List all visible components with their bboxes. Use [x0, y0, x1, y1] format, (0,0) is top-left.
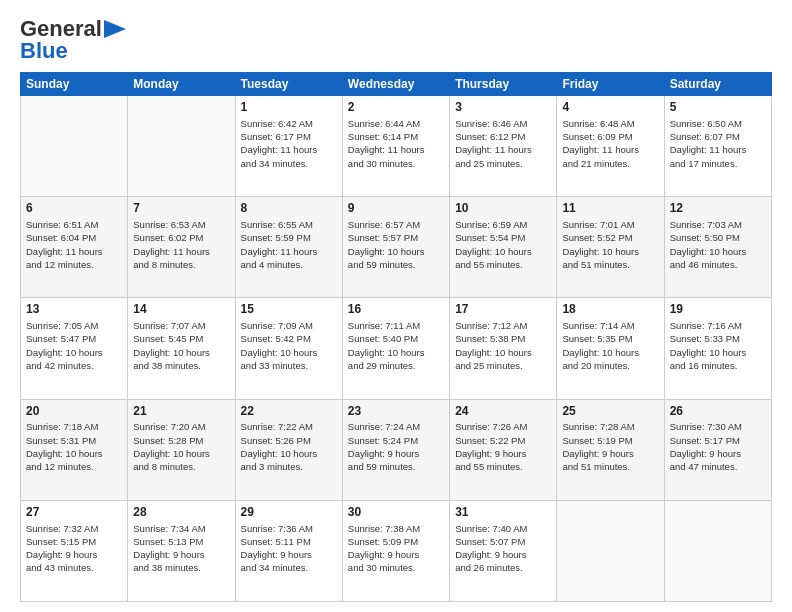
logo-blue: Blue — [20, 38, 68, 64]
day-number: 12 — [670, 200, 766, 217]
day-info-line: Sunset: 5:59 PM — [241, 231, 337, 244]
calendar-week-row: 6Sunrise: 6:51 AMSunset: 6:04 PMDaylight… — [21, 197, 772, 298]
calendar-cell: 14Sunrise: 7:07 AMSunset: 5:45 PMDayligh… — [128, 298, 235, 399]
day-info-line: Sunset: 5:22 PM — [455, 434, 551, 447]
day-info-line: Daylight: 9 hours — [455, 548, 551, 561]
day-info-line: and 46 minutes. — [670, 258, 766, 271]
calendar-cell: 23Sunrise: 7:24 AMSunset: 5:24 PMDayligh… — [342, 399, 449, 500]
calendar-cell: 9Sunrise: 6:57 AMSunset: 5:57 PMDaylight… — [342, 197, 449, 298]
calendar-cell: 21Sunrise: 7:20 AMSunset: 5:28 PMDayligh… — [128, 399, 235, 500]
day-info-line: Sunset: 5:11 PM — [241, 535, 337, 548]
day-number: 16 — [348, 301, 444, 318]
day-info-line: and 42 minutes. — [26, 359, 122, 372]
day-info-line: Daylight: 11 hours — [455, 143, 551, 156]
day-info-line: Daylight: 11 hours — [348, 143, 444, 156]
day-info-line: Sunrise: 7:22 AM — [241, 420, 337, 433]
day-info-line: Sunset: 6:02 PM — [133, 231, 229, 244]
calendar-cell: 29Sunrise: 7:36 AMSunset: 5:11 PMDayligh… — [235, 500, 342, 601]
day-info-line: Sunrise: 6:46 AM — [455, 117, 551, 130]
day-info-line: Sunrise: 7:16 AM — [670, 319, 766, 332]
calendar-cell: 27Sunrise: 7:32 AMSunset: 5:15 PMDayligh… — [21, 500, 128, 601]
day-info-line: Daylight: 10 hours — [26, 447, 122, 460]
day-info-line: Sunrise: 6:51 AM — [26, 218, 122, 231]
day-info-line: Sunset: 5:13 PM — [133, 535, 229, 548]
day-info-line: Daylight: 10 hours — [455, 346, 551, 359]
calendar-week-row: 20Sunrise: 7:18 AMSunset: 5:31 PMDayligh… — [21, 399, 772, 500]
day-info-line: Daylight: 10 hours — [241, 346, 337, 359]
day-info-line: Sunset: 5:09 PM — [348, 535, 444, 548]
day-info-line: Daylight: 10 hours — [562, 346, 658, 359]
calendar-cell: 8Sunrise: 6:55 AMSunset: 5:59 PMDaylight… — [235, 197, 342, 298]
day-info-line: Sunrise: 7:32 AM — [26, 522, 122, 535]
day-info-line: Daylight: 10 hours — [133, 447, 229, 460]
day-info-line: and 38 minutes. — [133, 359, 229, 372]
day-number: 29 — [241, 504, 337, 521]
day-info-line: and 55 minutes. — [455, 460, 551, 473]
day-number: 7 — [133, 200, 229, 217]
calendar-week-row: 13Sunrise: 7:05 AMSunset: 5:47 PMDayligh… — [21, 298, 772, 399]
day-info-line: and 20 minutes. — [562, 359, 658, 372]
day-number: 31 — [455, 504, 551, 521]
day-info-line: Daylight: 11 hours — [241, 143, 337, 156]
day-number: 15 — [241, 301, 337, 318]
day-number: 28 — [133, 504, 229, 521]
day-info-line: Sunset: 5:50 PM — [670, 231, 766, 244]
day-info-line: Daylight: 10 hours — [455, 245, 551, 258]
day-number: 6 — [26, 200, 122, 217]
weekday-header: Wednesday — [342, 73, 449, 96]
day-info-line: Daylight: 9 hours — [348, 447, 444, 460]
calendar-cell: 10Sunrise: 6:59 AMSunset: 5:54 PMDayligh… — [450, 197, 557, 298]
day-info-line: Sunrise: 6:44 AM — [348, 117, 444, 130]
calendar-week-row: 1Sunrise: 6:42 AMSunset: 6:17 PMDaylight… — [21, 96, 772, 197]
day-info-line: Sunset: 5:47 PM — [26, 332, 122, 345]
calendar-cell: 26Sunrise: 7:30 AMSunset: 5:17 PMDayligh… — [664, 399, 771, 500]
day-number: 27 — [26, 504, 122, 521]
day-info-line: and 17 minutes. — [670, 157, 766, 170]
day-info-line: Sunrise: 7:09 AM — [241, 319, 337, 332]
day-info-line: Daylight: 9 hours — [348, 548, 444, 561]
day-number: 5 — [670, 99, 766, 116]
day-info-line: Sunrise: 6:50 AM — [670, 117, 766, 130]
calendar-cell — [21, 96, 128, 197]
day-info-line: Sunset: 6:14 PM — [348, 130, 444, 143]
weekday-header: Saturday — [664, 73, 771, 96]
calendar-cell: 20Sunrise: 7:18 AMSunset: 5:31 PMDayligh… — [21, 399, 128, 500]
day-info-line: Sunset: 5:24 PM — [348, 434, 444, 447]
day-number: 21 — [133, 403, 229, 420]
day-info-line: Daylight: 9 hours — [133, 548, 229, 561]
day-info-line: Daylight: 9 hours — [241, 548, 337, 561]
header: General Blue — [20, 16, 772, 64]
day-info-line: Sunrise: 7:18 AM — [26, 420, 122, 433]
day-info-line: and 25 minutes. — [455, 157, 551, 170]
day-info-line: Daylight: 9 hours — [670, 447, 766, 460]
calendar-cell: 30Sunrise: 7:38 AMSunset: 5:09 PMDayligh… — [342, 500, 449, 601]
day-info-line: Sunset: 5:45 PM — [133, 332, 229, 345]
day-info-line: Sunrise: 7:12 AM — [455, 319, 551, 332]
calendar-cell: 7Sunrise: 6:53 AMSunset: 6:02 PMDaylight… — [128, 197, 235, 298]
day-info-line: Sunrise: 6:53 AM — [133, 218, 229, 231]
calendar-cell: 3Sunrise: 6:46 AMSunset: 6:12 PMDaylight… — [450, 96, 557, 197]
day-info-line: Sunset: 5:28 PM — [133, 434, 229, 447]
calendar-cell — [664, 500, 771, 601]
day-number: 3 — [455, 99, 551, 116]
day-info-line: Sunrise: 7:05 AM — [26, 319, 122, 332]
day-info-line: and 51 minutes. — [562, 460, 658, 473]
day-info-line: Sunrise: 6:57 AM — [348, 218, 444, 231]
day-number: 10 — [455, 200, 551, 217]
day-info-line: Daylight: 10 hours — [562, 245, 658, 258]
calendar-cell: 13Sunrise: 7:05 AMSunset: 5:47 PMDayligh… — [21, 298, 128, 399]
calendar-cell: 4Sunrise: 6:48 AMSunset: 6:09 PMDaylight… — [557, 96, 664, 197]
day-info-line: and 21 minutes. — [562, 157, 658, 170]
day-info-line: Daylight: 10 hours — [241, 447, 337, 460]
weekday-header: Monday — [128, 73, 235, 96]
day-info-line: Sunrise: 6:59 AM — [455, 218, 551, 231]
calendar-cell: 1Sunrise: 6:42 AMSunset: 6:17 PMDaylight… — [235, 96, 342, 197]
day-info-line: Daylight: 10 hours — [670, 346, 766, 359]
day-info-line: and 16 minutes. — [670, 359, 766, 372]
calendar-cell: 22Sunrise: 7:22 AMSunset: 5:26 PMDayligh… — [235, 399, 342, 500]
day-info-line: Sunrise: 7:11 AM — [348, 319, 444, 332]
day-info-line: and 4 minutes. — [241, 258, 337, 271]
calendar-cell: 31Sunrise: 7:40 AMSunset: 5:07 PMDayligh… — [450, 500, 557, 601]
calendar-cell: 19Sunrise: 7:16 AMSunset: 5:33 PMDayligh… — [664, 298, 771, 399]
day-info-line: Sunset: 5:57 PM — [348, 231, 444, 244]
